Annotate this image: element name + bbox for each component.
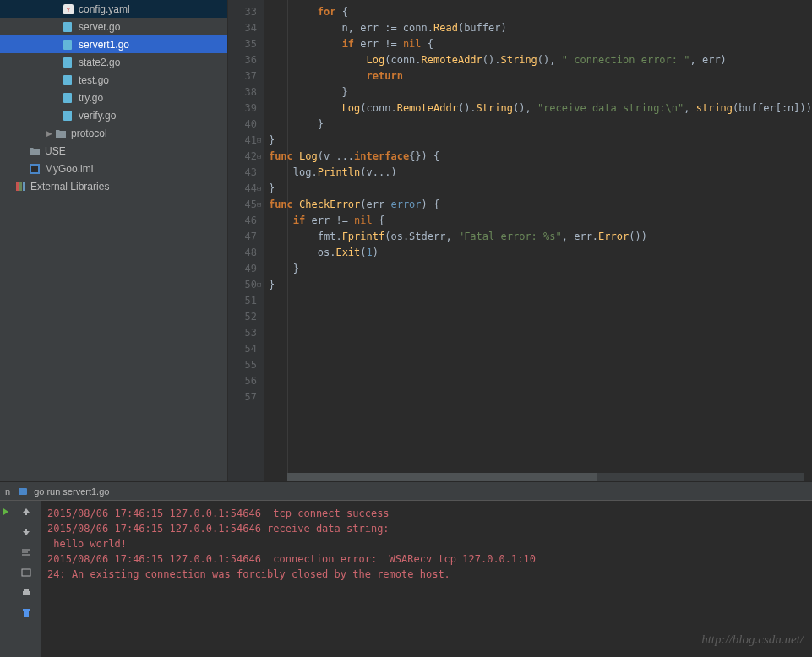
svg-text:Y: Y: [66, 6, 71, 14]
svg-rect-13: [19, 488, 27, 495]
code-line-55[interactable]: os.Exit(1): [264, 245, 812, 261]
expand-arrow-icon[interactable]: ▶: [46, 129, 52, 138]
svg-rect-12: [23, 182, 25, 191]
line-number: 36: [228, 52, 257, 68]
svg-rect-10: [16, 182, 19, 191]
code-line-57[interactable]: }⊟: [264, 277, 812, 293]
svg-rect-14: [25, 512, 27, 515]
code-line-43[interactable]: Log(conn.RemoteAddr().String(), "receive…: [264, 100, 812, 117]
trash-button[interactable]: [18, 605, 35, 621]
fold-handle[interactable]: ⊟: [257, 149, 264, 156]
code-line-47[interactable]: }⊟: [264, 133, 812, 149]
tree-item-label: protocol: [71, 128, 107, 139]
code-line-56[interactable]: }: [264, 261, 812, 277]
print-button[interactable]: [18, 585, 35, 600]
up-button[interactable]: [18, 504, 35, 519]
fold-handle[interactable]: ⊟: [257, 277, 264, 285]
line-number: 35: [228, 36, 257, 52]
line-number: 47: [228, 229, 257, 245]
line-number: 40: [228, 117, 257, 133]
go-file-icon: [62, 56, 75, 69]
down-button[interactable]: [18, 524, 35, 540]
console-line: 2015/08/06 17:46:15 127.0.0.1:54646 tcp …: [47, 506, 805, 521]
line-number: 56: [228, 373, 257, 389]
go-file-icon: [62, 38, 75, 52]
project-tree[interactable]: Yconfig.yamlserver.goservert1.gostate2.g…: [0, 0, 228, 481]
tree-item-mygoo-iml[interactable]: MyGoo.iml: [0, 160, 227, 177]
code-line-45[interactable]: }: [264, 117, 812, 133]
tree-item-label: USE: [45, 145, 66, 157]
code-editor[interactable]: 3334353637383940414243444546474849505152…: [228, 0, 812, 481]
console-line: 2015/08/06 17:46:15 127.0.0.1:54646 rece…: [47, 521, 805, 536]
console-line: 24: An existing connection was forcibly …: [47, 567, 805, 582]
soft-wrap-button[interactable]: [18, 545, 35, 560]
line-number: 48: [228, 245, 257, 261]
line-number: 37: [228, 68, 257, 84]
svg-rect-7: [63, 111, 72, 121]
fold-handle[interactable]: ⊟: [257, 181, 264, 188]
line-number: 54: [228, 341, 257, 357]
run-tool-col-1: [0, 501, 12, 657]
svg-rect-4: [63, 57, 72, 68]
tree-item-protocol[interactable]: ▶protocol: [0, 124, 227, 142]
line-number: 50: [228, 277, 257, 293]
console-line: hello world!: [47, 536, 805, 551]
horizontal-scrollbar[interactable]: [287, 473, 804, 481]
fold-handle[interactable]: ⊟: [257, 133, 264, 140]
code-line-38[interactable]: Log(conn.RemoteAddr().String(), " connec…: [264, 52, 812, 68]
indent-guide: [287, 0, 288, 481]
code-body[interactable]: for { n, err := conn.Read(buffer) if err…: [264, 0, 812, 481]
code-line-48[interactable]: func Log(v ...interface{}) {⊟: [264, 149, 812, 165]
svg-rect-9: [31, 166, 38, 172]
svg-rect-2: [63, 22, 72, 32]
tree-item-server-go[interactable]: server.go: [0, 18, 227, 35]
svg-rect-20: [23, 609, 30, 611]
library-icon: [14, 180, 27, 193]
code-line-50[interactable]: }⊟: [264, 181, 812, 197]
code-line-40[interactable]: }: [264, 84, 812, 100]
yaml-file-icon: Y: [62, 3, 75, 16]
scroll-button[interactable]: [18, 565, 35, 580]
folder-icon: [28, 144, 41, 158]
tree-item-label: verify.go: [79, 110, 116, 122]
tree-item-servert1-go[interactable]: servert1.go: [0, 35, 227, 53]
line-number: 44: [228, 181, 257, 197]
line-number: 52: [228, 309, 257, 325]
console-output[interactable]: 2015/08/06 17:46:15 127.0.0.1:54646 tcp …: [41, 501, 812, 657]
line-number: 49: [228, 261, 257, 277]
folder-closed-icon: [54, 127, 68, 140]
fold-handle[interactable]: ⊟: [257, 197, 264, 204]
run-tab-bar[interactable]: n go run servert1.go: [0, 481, 812, 500]
line-number: 42: [228, 149, 257, 165]
go-run-icon: [17, 486, 29, 497]
tree-item-label: config.yaml: [79, 3, 130, 15]
code-line-53[interactable]: if err != nil {: [264, 213, 812, 229]
console-line: 2015/08/06 17:46:15 127.0.0.1:54646 conn…: [47, 551, 805, 567]
tree-item-use[interactable]: USE: [0, 142, 227, 160]
line-number: 57: [228, 389, 257, 405]
tree-item-external-libraries[interactable]: External Libraries: [0, 177, 227, 195]
line-number: 34: [228, 20, 257, 36]
code-line-33[interactable]: for {: [264, 4, 812, 20]
svg-rect-11: [19, 182, 22, 191]
code-line-52[interactable]: func CheckError(err error) {⊟: [264, 197, 812, 213]
run-panel: 2015/08/06 17:46:15 127.0.0.1:54646 tcp …: [0, 500, 812, 657]
svg-rect-5: [63, 75, 72, 85]
code-line-54[interactable]: fmt.Fprintf(os.Stderr, "Fatal error: %s"…: [264, 229, 812, 245]
watermark-text: http://blog.csdn.net/: [701, 633, 804, 647]
code-line-49[interactable]: log.Println(v...): [264, 165, 812, 181]
code-line-39[interactable]: return: [264, 68, 812, 84]
tree-item-state2-go[interactable]: state2.go: [0, 53, 227, 71]
tree-item-label: test.go: [79, 74, 109, 86]
tree-item-config-yaml[interactable]: Yconfig.yaml: [0, 0, 227, 18]
tree-item-test-go[interactable]: test.go: [0, 71, 227, 89]
scrollbar-thumb[interactable]: [287, 473, 597, 481]
svg-rect-6: [63, 93, 72, 103]
code-line-37[interactable]: if err != nil {: [264, 36, 812, 52]
line-number: 33: [228, 4, 257, 20]
line-number: 41: [228, 133, 257, 149]
run-command-label: go run servert1.go: [34, 486, 109, 497]
tree-item-verify-go[interactable]: verify.go: [0, 106, 227, 124]
code-line-35[interactable]: n, err := conn.Read(buffer): [264, 20, 812, 36]
tree-item-try-go[interactable]: try.go: [0, 89, 227, 106]
